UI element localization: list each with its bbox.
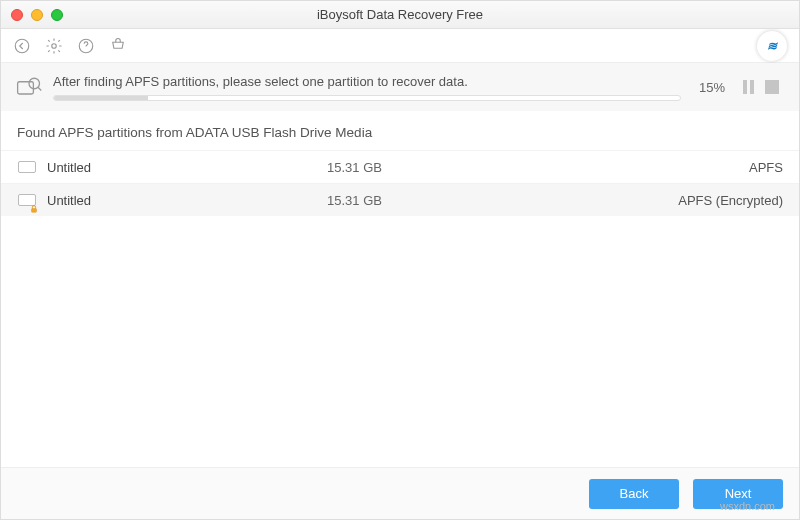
lock-icon: [29, 202, 39, 212]
progress-bar: [53, 95, 681, 101]
progress-percent: 15%: [699, 80, 725, 95]
brand-logo: ≋: [757, 31, 787, 61]
app-window: iBoysoft Data Recovery Free ≋ After find…: [0, 0, 800, 520]
help-icon[interactable]: [77, 37, 95, 55]
pause-button[interactable]: [743, 80, 757, 94]
brand-text: ≋: [767, 39, 777, 53]
cart-icon[interactable]: [109, 37, 127, 55]
disk-icon: [17, 192, 37, 208]
partition-row[interactable]: Untitled 15.31 GB APFS: [1, 150, 799, 183]
progress-fill: [54, 96, 148, 100]
partition-row[interactable]: Untitled 15.31 GB APFS (Encrypted): [1, 183, 799, 216]
back-button[interactable]: Back: [589, 479, 679, 509]
partition-name: Untitled: [47, 160, 327, 175]
partition-fs: APFS: [749, 160, 783, 175]
toolbar: ≋: [1, 29, 799, 63]
scan-panel: After finding APFS partitions, please se…: [1, 63, 799, 111]
partition-list: Untitled 15.31 GB APFS Untitled 15.31 GB…: [1, 150, 799, 216]
svg-point-1: [52, 43, 57, 48]
window-title: iBoysoft Data Recovery Free: [1, 7, 799, 22]
partition-size: 15.31 GB: [327, 193, 678, 208]
search-drive-icon: [15, 73, 43, 101]
disk-icon: [17, 159, 37, 175]
gear-icon[interactable]: [45, 37, 63, 55]
back-arrow-icon[interactable]: [13, 37, 31, 55]
partition-name: Untitled: [47, 193, 327, 208]
stop-button[interactable]: [765, 80, 779, 94]
svg-rect-5: [32, 209, 37, 213]
results-heading: Found APFS partitions from ADATA USB Fla…: [1, 111, 799, 150]
partition-fs: APFS (Encrypted): [678, 193, 783, 208]
titlebar: iBoysoft Data Recovery Free: [1, 1, 799, 29]
scan-message: After finding APFS partitions, please se…: [53, 74, 681, 89]
scan-controls: [743, 80, 779, 94]
svg-point-0: [15, 39, 29, 53]
scan-status: After finding APFS partitions, please se…: [53, 74, 681, 101]
watermark: wsxdn.com: [720, 500, 775, 512]
footer: Back Next: [1, 467, 799, 519]
partition-size: 15.31 GB: [327, 160, 749, 175]
